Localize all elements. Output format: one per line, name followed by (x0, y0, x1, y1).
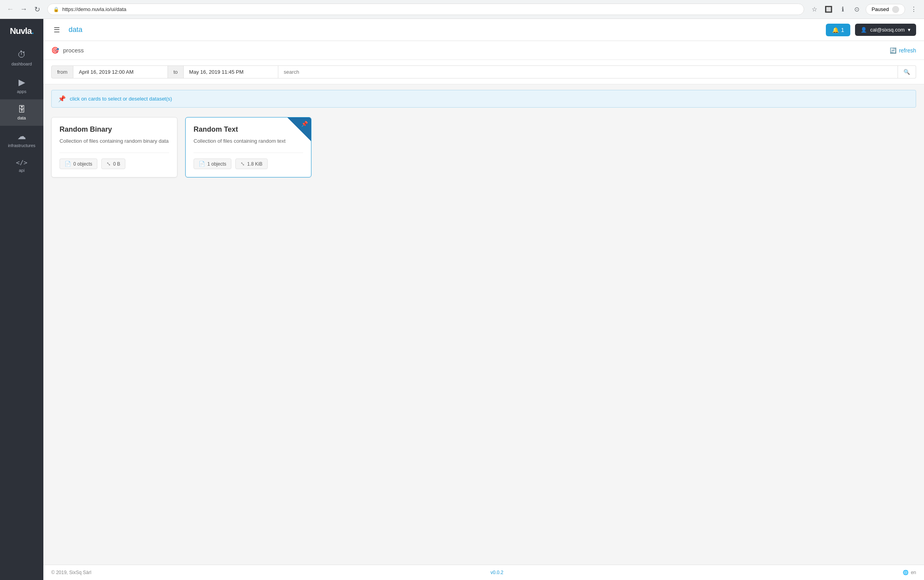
refresh-button[interactable]: 🔄 refresh (890, 47, 916, 54)
user-email: cal@sixsq.com (870, 27, 905, 33)
bookmark-button[interactable]: ☆ (809, 4, 820, 15)
sidebar-item-infrastructures[interactable]: ☁ infrastructures (0, 126, 43, 153)
cloud-icon: ☁ (17, 131, 26, 142)
notification-count: 1 (841, 27, 844, 33)
header-actions: 🔔 1 👤 cal@sixsq.com ▾ (826, 24, 916, 36)
size-stat-random-binary: ⤡ 0 B (101, 159, 125, 169)
card-desc-random-text: Collection of files containing random te… (194, 138, 303, 145)
lock-icon: 🔒 (53, 7, 59, 12)
size-stat-random-text: ⤡ 1.8 KiB (235, 159, 268, 169)
process-icon: 🎯 (51, 47, 59, 54)
search-button[interactable]: 🔍 (898, 66, 916, 78)
sidebar-item-apps[interactable]: ▶ apps (0, 72, 43, 99)
card-title-random-text: Random Text (194, 125, 303, 134)
language-label: en (911, 570, 916, 575)
reload-button[interactable]: ↻ (32, 4, 43, 15)
card-random-binary[interactable]: Random Binary Collection of files contai… (51, 117, 177, 177)
objects-count-random-text: 1 objects (207, 161, 226, 167)
card-stats-random-text: 📄 1 objects ⤡ 1.8 KiB (194, 153, 303, 169)
copyright-text: © 2019, SixSq Sàrl (51, 570, 91, 575)
api-icon: </> (16, 159, 28, 166)
card-stats-random-binary: 📄 0 objects ⤡ 0 B (60, 153, 169, 169)
paused-label: Paused (872, 6, 889, 12)
size-value-random-binary: 0 B (113, 161, 120, 167)
from-label: from (51, 65, 73, 78)
paused-circle-icon (892, 6, 899, 13)
sidebar: Nuvla. ⏱ dashboard ▶ apps 🗄 data ☁ infra… (0, 19, 43, 580)
language-selector[interactable]: 🌐 en (903, 570, 916, 575)
card-random-text[interactable]: 📌 Random Text Collection of files contai… (185, 117, 311, 177)
logo-text: Nuvla. (10, 26, 34, 36)
resize-icon: ⤡ (106, 161, 111, 167)
apps-icon: ▶ (19, 77, 25, 88)
chevron-down-icon: ▾ (908, 27, 911, 33)
cards-area: Random Binary Collection of files contai… (43, 113, 924, 185)
back-button[interactable]: ← (5, 4, 16, 15)
user-menu-button[interactable]: 👤 cal@sixsq.com ▾ (855, 24, 916, 36)
version-link[interactable]: v0.0.2 (490, 570, 503, 575)
forward-button[interactable]: → (18, 4, 29, 15)
objects-stat-random-binary: 📄 0 objects (60, 159, 97, 169)
info-bar: 📌 click on cards to select or deselect d… (51, 90, 916, 108)
extension3-button[interactable]: ⊙ (851, 4, 863, 15)
filter-bar: from to 🔍 (43, 60, 924, 84)
sidebar-item-api[interactable]: </> api (0, 153, 43, 178)
url-text: https://demo.nuvla.io/ui/data (62, 6, 127, 12)
objects-count-random-binary: 0 objects (73, 161, 92, 167)
browser-actions: ☆ 🔲 ℹ ⊙ Paused ⋮ (809, 4, 919, 15)
menu-button[interactable]: ⋮ (908, 4, 919, 15)
to-date-input[interactable] (184, 65, 278, 78)
sidebar-item-data[interactable]: 🗄 data (0, 99, 43, 126)
bell-icon: 🔔 (832, 27, 839, 33)
search-icon: 🔍 (904, 69, 910, 75)
search-container: 🔍 (278, 65, 916, 78)
sidebar-logo: Nuvla. (10, 19, 34, 44)
pin-corner-icon: 📌 (301, 121, 308, 127)
paused-button[interactable]: Paused (866, 4, 905, 15)
file-icon-2: 📄 (199, 161, 205, 167)
size-value-random-text: 1.8 KiB (247, 161, 263, 167)
pin-icon: 📌 (58, 95, 66, 103)
info-text: click on cards to select or deselect dat… (70, 96, 172, 102)
search-input[interactable] (278, 66, 898, 78)
app-header: ☰ data 🔔 1 👤 cal@sixsq.com ▾ (43, 19, 924, 41)
dashboard-icon: ⏱ (17, 50, 26, 60)
content-area: 🎯 process 🔄 refresh from to 🔍 (43, 41, 924, 565)
address-bar[interactable]: 🔒 https://demo.nuvla.io/ui/data (47, 4, 804, 15)
refresh-label: refresh (899, 47, 916, 54)
objects-stat-random-text: 📄 1 objects (194, 159, 231, 169)
sidebar-item-dashboard[interactable]: ⏱ dashboard (0, 44, 43, 72)
page-title: data (69, 26, 820, 34)
browser-nav: ← → ↻ (5, 4, 43, 15)
extension1-button[interactable]: 🔲 (823, 4, 834, 15)
from-date-input[interactable] (73, 65, 168, 78)
globe-icon: 🌐 (903, 570, 909, 575)
main-content: ☰ data 🔔 1 👤 cal@sixsq.com ▾ 🎯 (43, 19, 924, 580)
extension2-button[interactable]: ℹ (837, 4, 848, 15)
footer: © 2019, SixSq Sàrl v0.0.2 🌐 en (43, 565, 924, 580)
app-container: Nuvla. ⏱ dashboard ▶ apps 🗄 data ☁ infra… (0, 19, 924, 580)
to-label: to (168, 65, 184, 78)
data-icon: 🗄 (18, 105, 26, 114)
toolbar-left: 🎯 process (51, 47, 84, 54)
resize-icon-2: ⤡ (240, 161, 245, 167)
process-label: process (63, 47, 84, 54)
user-icon: 👤 (861, 27, 867, 33)
browser-chrome: ← → ↻ 🔒 https://demo.nuvla.io/ui/data ☆ … (0, 0, 924, 19)
logo-dot: . (32, 26, 34, 36)
hamburger-button[interactable]: ☰ (51, 23, 62, 37)
refresh-icon: 🔄 (890, 47, 896, 54)
card-title-random-binary: Random Binary (60, 125, 169, 134)
card-desc-random-binary: Collection of files containing random bi… (60, 138, 169, 145)
notification-button[interactable]: 🔔 1 (826, 24, 851, 36)
file-icon: 📄 (65, 161, 71, 167)
toolbar: 🎯 process 🔄 refresh (43, 41, 924, 60)
